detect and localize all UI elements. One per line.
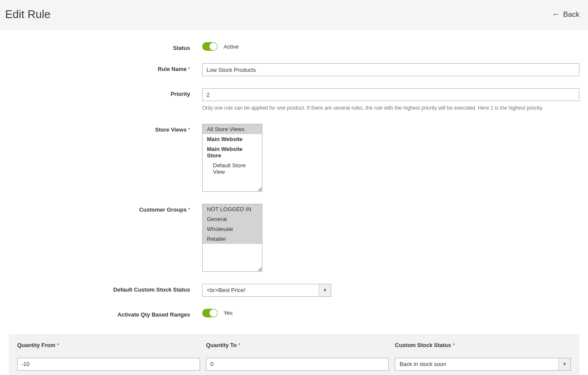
customer-groups-option[interactable]: General — [203, 214, 262, 224]
row-activate-qty-ranges: Activate Qty Based Ranges Yes — [9, 309, 579, 318]
default-stock-status-select[interactable]: <br>Best Price! ▼ — [202, 284, 331, 297]
rule-name-input[interactable] — [202, 63, 579, 76]
store-views-option[interactable]: Main Website — [203, 134, 262, 144]
customer-groups-option[interactable]: Wholesale — [203, 224, 262, 234]
row-store-views: Store Views* All Store ViewsMain Website… — [9, 124, 579, 192]
col-qty-from: Quantity From * — [17, 342, 200, 348]
form-body: Status Active Rule Name* Priority Only o… — [0, 29, 588, 330]
row-default-stock-status: Default Custom Stock Status <br>Best Pri… — [9, 284, 579, 297]
qty-from-input[interactable] — [17, 358, 200, 371]
store-views-option[interactable]: All Store Views — [203, 124, 262, 134]
back-label: Back — [563, 10, 579, 19]
required-asterisk: * — [188, 66, 190, 72]
col-custom-stock-status: Custom Stock Status * — [395, 342, 571, 348]
back-button[interactable]: ← Back — [552, 10, 579, 19]
label-priority: Priority — [9, 88, 202, 97]
activate-qty-toggle[interactable] — [202, 309, 218, 317]
page-header: Edit Rule ← Back — [0, 0, 588, 29]
qty-status-select[interactable]: Back in stock soon ▼ — [395, 358, 571, 371]
label-activate-qty-ranges: Activate Qty Based Ranges — [9, 309, 202, 318]
chevron-down-icon: ▼ — [319, 284, 331, 296]
page-title: Edit Rule — [5, 8, 51, 21]
row-customer-groups: Customer Groups* NOT LOGGED INGeneralWho… — [9, 204, 579, 272]
row-priority: Priority Only one rule can be applied fo… — [9, 88, 579, 112]
chevron-down-icon: ▼ — [558, 358, 570, 370]
qty-to-input[interactable] — [206, 358, 389, 371]
col-qty-to: Quantity To * — [206, 342, 389, 348]
resize-handle-icon — [257, 267, 262, 271]
qty-row: Back in stock soon ▼ — [17, 358, 571, 371]
label-customer-groups: Customer Groups* — [9, 204, 202, 213]
required-asterisk: * — [188, 126, 190, 133]
customer-groups-select[interactable]: NOT LOGGED INGeneralWholesaleRetailer — [202, 204, 262, 272]
activate-qty-toggle-text: Yes — [224, 310, 233, 316]
store-views-select[interactable]: All Store ViewsMain WebsiteMain Website … — [202, 124, 262, 192]
resize-handle-icon — [257, 187, 262, 191]
customer-groups-option[interactable]: NOT LOGGED IN — [203, 204, 262, 214]
label-rule-name: Rule Name* — [9, 63, 202, 72]
required-asterisk: * — [453, 342, 455, 348]
status-toggle-text: Active — [224, 43, 239, 50]
status-toggle[interactable] — [202, 42, 218, 51]
required-asterisk: * — [188, 206, 190, 213]
qty-status-value: Back in stock soon — [395, 358, 558, 370]
row-status: Status Active — [9, 42, 579, 51]
label-status: Status — [9, 42, 202, 51]
required-asterisk: * — [57, 342, 59, 348]
store-views-option[interactable]: Main Website Store — [203, 144, 262, 160]
qty-headers: Quantity From * Quantity To * Custom Sto… — [17, 342, 571, 348]
required-asterisk: * — [238, 342, 240, 348]
label-store-views: Store Views* — [9, 124, 202, 133]
label-default-stock-status: Default Custom Stock Status — [9, 284, 202, 293]
store-views-option[interactable]: Default Store View — [203, 160, 262, 177]
qty-ranges-section: Quantity From * Quantity To * Custom Sto… — [9, 334, 579, 375]
customer-groups-option[interactable]: Retailer — [203, 234, 262, 244]
arrow-left-icon: ← — [552, 10, 560, 19]
row-rule-name: Rule Name* — [9, 63, 579, 76]
priority-helper: Only one rule can be applied for one pro… — [202, 105, 579, 112]
priority-input[interactable] — [202, 88, 579, 101]
default-stock-status-value: <br>Best Price! — [203, 284, 319, 296]
